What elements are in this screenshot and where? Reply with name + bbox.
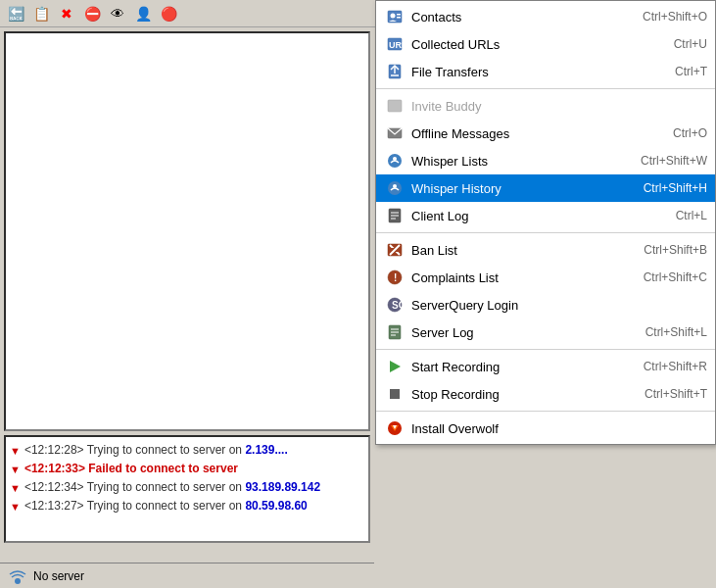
offline-messages-label: Offline Messages: [411, 126, 653, 141]
log-ip-1: 2.139....: [245, 443, 287, 457]
start-recording-shortcut: Ctrl+Shift+R: [644, 360, 707, 373]
file-transfers-shortcut: Ctrl+T: [675, 65, 707, 78]
invite-buddy-icon: [384, 95, 406, 117]
file-transfers-icon: [384, 61, 406, 82]
install-ovwolf-icon: [384, 417, 406, 439]
server-tree[interactable]: [4, 31, 370, 431]
log-entry-2: ▼ <12:12:33> Failed to connect to server: [10, 460, 364, 478]
complaints-list-shortcut: Ctrl+Shift+C: [644, 270, 707, 284]
log-entry-1: ▼ <12:12:28> Trying to connect to server…: [10, 441, 364, 460]
menu-item-stop-recording[interactable]: Stop Recording Ctrl+Shift+T: [376, 380, 715, 408]
server-log-icon: [384, 321, 406, 343]
serverquery-login-icon: SQ: [384, 294, 406, 316]
menu-item-install-ovwolf[interactable]: Install Overwolf: [376, 415, 715, 442]
log-arrow-4: ▼: [10, 498, 21, 515]
whisper-lists-label: Whisper Lists: [411, 154, 621, 169]
log-text-2: <12:12:33> Failed to connect to server: [24, 460, 238, 477]
menu-item-ban-list[interactable]: Ban List Ctrl+Shift+B: [376, 236, 715, 264]
svg-rect-9: [388, 100, 402, 112]
offline-messages-icon: [384, 122, 406, 144]
log-text-4: <12:13:27> Trying to connect to server o…: [24, 497, 308, 514]
collected-urls-shortcut: Ctrl+U: [674, 37, 707, 51]
svg-rect-2: [397, 14, 401, 16]
server-log-label: Server Log: [411, 325, 626, 340]
whisper-lists-icon: [384, 150, 406, 172]
ban-list-shortcut: Ctrl+Shift+B: [644, 243, 707, 257]
svg-point-12: [393, 157, 397, 161]
complaints-list-label: Complaints List: [411, 270, 624, 285]
ban-list-icon: [384, 239, 406, 261]
toolbar-btn-stop[interactable]: ⛔: [80, 2, 104, 25]
log-arrow-2: ▼: [10, 461, 21, 478]
client-log-icon: [384, 205, 406, 226]
ban-list-label: Ban List: [411, 243, 624, 258]
whisper-lists-shortcut: Ctrl+Shift+W: [641, 154, 707, 168]
start-recording-label: Start Recording: [411, 360, 624, 374]
file-transfers-label: File Transfers: [411, 65, 655, 79]
log-entry-4: ▼ <12:13:27> Trying to connect to server…: [10, 497, 364, 515]
whisper-history-label: Whisper History: [411, 181, 624, 196]
toolbar-btn-new[interactable]: 📋: [29, 2, 53, 25]
log-area: ▼ <12:12:28> Trying to connect to server…: [4, 435, 370, 543]
stop-recording-icon: [384, 383, 406, 405]
menu-item-offline-messages[interactable]: Offline Messages Ctrl+O: [376, 120, 715, 147]
menu-item-whisper-history[interactable]: Whisper History Ctrl+Shift+H: [376, 174, 715, 202]
menu-item-invite-buddy[interactable]: Invite Buddy: [376, 92, 715, 120]
complaints-list-icon: !: [384, 267, 406, 288]
svg-point-14: [393, 184, 397, 188]
client-log-label: Client Log: [411, 209, 656, 223]
left-panel: ▼ <12:12:28> Trying to connect to server…: [0, 27, 374, 547]
invite-buddy-label: Invite Buddy: [411, 99, 707, 114]
log-text-3: <12:12:34> Trying to connect to server o…: [24, 478, 320, 496]
toolbar-btn-close[interactable]: ✖: [55, 2, 78, 25]
status-text: No server: [33, 569, 84, 583]
contacts-shortcut: Ctrl+Shift+O: [643, 10, 707, 24]
main-content: ▼ <12:12:28> Trying to connect to server…: [0, 27, 716, 547]
server-log-shortcut: Ctrl+Shift+L: [645, 325, 707, 339]
menu-item-collected-urls[interactable]: URL Collected URLs Ctrl+U: [376, 30, 715, 58]
divider-1: [376, 88, 715, 89]
svg-rect-3: [397, 17, 401, 19]
stop-recording-shortcut: Ctrl+Shift+T: [644, 387, 707, 401]
menu-item-file-transfers[interactable]: File Transfers Ctrl+T: [376, 58, 715, 85]
menu-item-complaints-list[interactable]: ! Complaints List Ctrl+Shift+C: [376, 264, 715, 291]
whisper-history-shortcut: Ctrl+Shift+H: [644, 181, 707, 195]
collected-urls-label: Collected URLs: [411, 37, 654, 52]
svg-marker-31: [390, 361, 401, 372]
divider-3: [376, 349, 715, 350]
menu-item-whisper-lists[interactable]: Whisper Lists Ctrl+Shift+W: [376, 147, 715, 174]
divider-2: [376, 232, 715, 233]
menu-item-serverquery-login[interactable]: SQ ServerQuery Login: [376, 291, 715, 318]
log-text-1: <12:12:28> Trying to connect to server o…: [24, 441, 288, 459]
contacts-icon: [384, 6, 406, 27]
svg-point-1: [391, 14, 396, 19]
app-window: 🔙 📋 ✖ ⛔ 👁 👤 🔴 ▼ <12:12:28> Trying to con…: [0, 0, 716, 588]
status-bar: No server: [0, 563, 374, 588]
svg-text:URL: URL: [389, 40, 403, 50]
context-menu: Contacts Ctrl+Shift+O URL Collected URLs…: [375, 0, 716, 445]
svg-text:!: !: [394, 272, 397, 283]
log-entry-3: ▼ <12:12:34> Trying to connect to server…: [10, 478, 364, 497]
start-recording-icon: [384, 356, 406, 377]
toolbar-btn-record[interactable]: 🔴: [157, 2, 180, 25]
collected-urls-icon: URL: [384, 33, 406, 55]
serverquery-login-label: ServerQuery Login: [411, 298, 707, 313]
stop-recording-label: Stop Recording: [411, 387, 625, 402]
client-log-shortcut: Ctrl+L: [676, 209, 707, 222]
contacts-label: Contacts: [411, 10, 623, 24]
toolbar-btn-view[interactable]: 👁: [106, 2, 129, 25]
install-ovwolf-label: Install Overwolf: [411, 421, 707, 436]
log-arrow-3: ▼: [10, 479, 21, 497]
menu-item-start-recording[interactable]: Start Recording Ctrl+Shift+R: [376, 353, 715, 380]
svg-rect-32: [390, 389, 400, 399]
svg-point-34: [15, 578, 21, 584]
menu-item-server-log[interactable]: Server Log Ctrl+Shift+L: [376, 318, 715, 346]
log-ip-4: 80.59.98.60: [245, 499, 307, 513]
menu-item-client-log[interactable]: Client Log Ctrl+L: [376, 202, 715, 229]
toolbar-btn-back[interactable]: 🔙: [4, 2, 27, 25]
log-ip-3: 93.189.89.142: [245, 480, 320, 494]
svg-text:SQ: SQ: [392, 300, 403, 311]
menu-item-contacts[interactable]: Contacts Ctrl+Shift+O: [376, 3, 715, 30]
toolbar-btn-user[interactable]: 👤: [131, 2, 155, 25]
divider-4: [376, 411, 715, 412]
